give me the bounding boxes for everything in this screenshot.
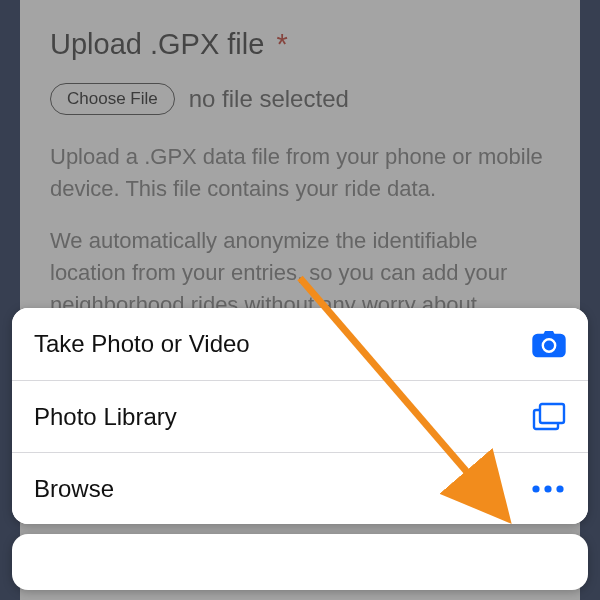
camera-icon (532, 330, 566, 358)
svg-rect-4 (540, 404, 564, 423)
more-icon (530, 484, 566, 494)
action-label: Browse (34, 475, 114, 503)
action-label: Photo Library (34, 403, 177, 431)
action-cancel[interactable] (12, 534, 588, 590)
action-browse[interactable]: Browse (12, 452, 588, 524)
action-label: Take Photo or Video (34, 330, 250, 358)
action-take-photo[interactable]: Take Photo or Video (12, 308, 588, 380)
action-sheet: Take Photo or Video Photo Library Brow (12, 308, 588, 590)
svg-point-5 (532, 485, 539, 492)
svg-point-7 (556, 485, 563, 492)
stack-icon (532, 402, 566, 432)
action-sheet-group: Take Photo or Video Photo Library Brow (12, 308, 588, 524)
svg-point-6 (544, 485, 551, 492)
action-photo-library[interactable]: Photo Library (12, 380, 588, 452)
